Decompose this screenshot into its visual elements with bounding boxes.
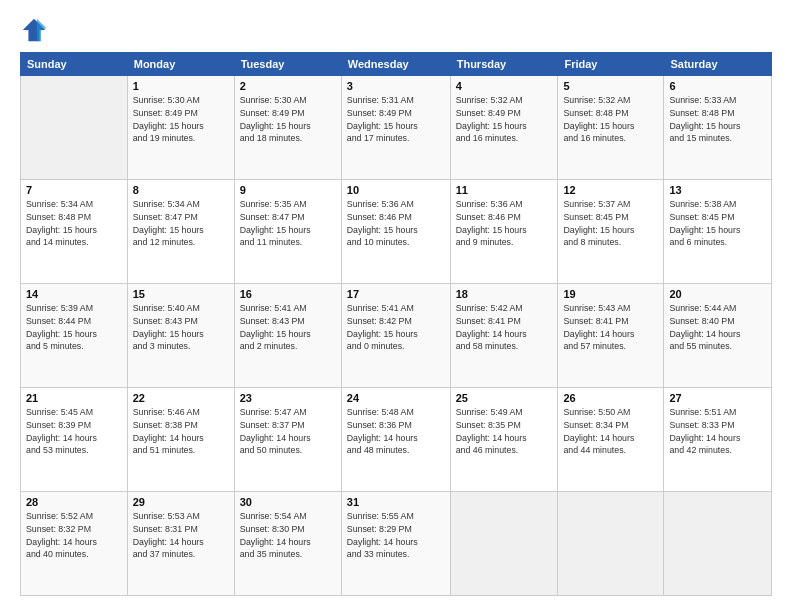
day-cell: 9Sunrise: 5:35 AMSunset: 8:47 PMDaylight… xyxy=(234,180,341,284)
header xyxy=(20,16,772,44)
header-day-wednesday: Wednesday xyxy=(341,53,450,76)
day-info: Sunrise: 5:52 AMSunset: 8:32 PMDaylight:… xyxy=(26,510,122,561)
header-day-friday: Friday xyxy=(558,53,664,76)
day-info: Sunrise: 5:54 AMSunset: 8:30 PMDaylight:… xyxy=(240,510,336,561)
day-info: Sunrise: 5:38 AMSunset: 8:45 PMDaylight:… xyxy=(669,198,766,249)
day-info: Sunrise: 5:53 AMSunset: 8:31 PMDaylight:… xyxy=(133,510,229,561)
day-info: Sunrise: 5:34 AMSunset: 8:47 PMDaylight:… xyxy=(133,198,229,249)
day-cell: 23Sunrise: 5:47 AMSunset: 8:37 PMDayligh… xyxy=(234,388,341,492)
day-number: 8 xyxy=(133,184,229,196)
day-info: Sunrise: 5:42 AMSunset: 8:41 PMDaylight:… xyxy=(456,302,553,353)
day-cell: 26Sunrise: 5:50 AMSunset: 8:34 PMDayligh… xyxy=(558,388,664,492)
day-number: 21 xyxy=(26,392,122,404)
day-cell: 5Sunrise: 5:32 AMSunset: 8:48 PMDaylight… xyxy=(558,76,664,180)
day-cell: 20Sunrise: 5:44 AMSunset: 8:40 PMDayligh… xyxy=(664,284,772,388)
day-number: 7 xyxy=(26,184,122,196)
day-number: 27 xyxy=(669,392,766,404)
day-cell xyxy=(664,492,772,596)
day-number: 29 xyxy=(133,496,229,508)
day-number: 24 xyxy=(347,392,445,404)
day-cell: 10Sunrise: 5:36 AMSunset: 8:46 PMDayligh… xyxy=(341,180,450,284)
day-number: 22 xyxy=(133,392,229,404)
day-info: Sunrise: 5:47 AMSunset: 8:37 PMDaylight:… xyxy=(240,406,336,457)
day-cell: 14Sunrise: 5:39 AMSunset: 8:44 PMDayligh… xyxy=(21,284,128,388)
day-info: Sunrise: 5:45 AMSunset: 8:39 PMDaylight:… xyxy=(26,406,122,457)
day-number: 16 xyxy=(240,288,336,300)
day-cell: 31Sunrise: 5:55 AMSunset: 8:29 PMDayligh… xyxy=(341,492,450,596)
day-info: Sunrise: 5:49 AMSunset: 8:35 PMDaylight:… xyxy=(456,406,553,457)
week-row-2: 7Sunrise: 5:34 AMSunset: 8:48 PMDaylight… xyxy=(21,180,772,284)
day-info: Sunrise: 5:33 AMSunset: 8:48 PMDaylight:… xyxy=(669,94,766,145)
day-number: 9 xyxy=(240,184,336,196)
day-number: 26 xyxy=(563,392,658,404)
day-cell: 8Sunrise: 5:34 AMSunset: 8:47 PMDaylight… xyxy=(127,180,234,284)
day-number: 20 xyxy=(669,288,766,300)
day-info: Sunrise: 5:36 AMSunset: 8:46 PMDaylight:… xyxy=(456,198,553,249)
day-cell: 25Sunrise: 5:49 AMSunset: 8:35 PMDayligh… xyxy=(450,388,558,492)
day-number: 10 xyxy=(347,184,445,196)
week-row-4: 21Sunrise: 5:45 AMSunset: 8:39 PMDayligh… xyxy=(21,388,772,492)
day-info: Sunrise: 5:44 AMSunset: 8:40 PMDaylight:… xyxy=(669,302,766,353)
day-number: 14 xyxy=(26,288,122,300)
day-cell: 27Sunrise: 5:51 AMSunset: 8:33 PMDayligh… xyxy=(664,388,772,492)
day-info: Sunrise: 5:48 AMSunset: 8:36 PMDaylight:… xyxy=(347,406,445,457)
day-info: Sunrise: 5:43 AMSunset: 8:41 PMDaylight:… xyxy=(563,302,658,353)
day-info: Sunrise: 5:30 AMSunset: 8:49 PMDaylight:… xyxy=(240,94,336,145)
day-info: Sunrise: 5:55 AMSunset: 8:29 PMDaylight:… xyxy=(347,510,445,561)
day-cell: 13Sunrise: 5:38 AMSunset: 8:45 PMDayligh… xyxy=(664,180,772,284)
day-cell: 3Sunrise: 5:31 AMSunset: 8:49 PMDaylight… xyxy=(341,76,450,180)
header-day-monday: Monday xyxy=(127,53,234,76)
day-cell xyxy=(450,492,558,596)
day-number: 5 xyxy=(563,80,658,92)
day-info: Sunrise: 5:50 AMSunset: 8:34 PMDaylight:… xyxy=(563,406,658,457)
day-number: 3 xyxy=(347,80,445,92)
header-day-tuesday: Tuesday xyxy=(234,53,341,76)
day-number: 15 xyxy=(133,288,229,300)
week-row-5: 28Sunrise: 5:52 AMSunset: 8:32 PMDayligh… xyxy=(21,492,772,596)
day-cell xyxy=(21,76,128,180)
day-number: 11 xyxy=(456,184,553,196)
day-cell: 12Sunrise: 5:37 AMSunset: 8:45 PMDayligh… xyxy=(558,180,664,284)
day-cell: 7Sunrise: 5:34 AMSunset: 8:48 PMDaylight… xyxy=(21,180,128,284)
day-info: Sunrise: 5:41 AMSunset: 8:43 PMDaylight:… xyxy=(240,302,336,353)
day-number: 30 xyxy=(240,496,336,508)
day-cell: 11Sunrise: 5:36 AMSunset: 8:46 PMDayligh… xyxy=(450,180,558,284)
day-cell: 15Sunrise: 5:40 AMSunset: 8:43 PMDayligh… xyxy=(127,284,234,388)
day-cell: 17Sunrise: 5:41 AMSunset: 8:42 PMDayligh… xyxy=(341,284,450,388)
day-info: Sunrise: 5:37 AMSunset: 8:45 PMDaylight:… xyxy=(563,198,658,249)
day-info: Sunrise: 5:35 AMSunset: 8:47 PMDaylight:… xyxy=(240,198,336,249)
day-number: 13 xyxy=(669,184,766,196)
day-info: Sunrise: 5:41 AMSunset: 8:42 PMDaylight:… xyxy=(347,302,445,353)
day-info: Sunrise: 5:36 AMSunset: 8:46 PMDaylight:… xyxy=(347,198,445,249)
day-number: 2 xyxy=(240,80,336,92)
day-cell: 16Sunrise: 5:41 AMSunset: 8:43 PMDayligh… xyxy=(234,284,341,388)
logo xyxy=(20,16,52,44)
day-info: Sunrise: 5:32 AMSunset: 8:49 PMDaylight:… xyxy=(456,94,553,145)
day-cell: 4Sunrise: 5:32 AMSunset: 8:49 PMDaylight… xyxy=(450,76,558,180)
day-cell: 1Sunrise: 5:30 AMSunset: 8:49 PMDaylight… xyxy=(127,76,234,180)
page: SundayMondayTuesdayWednesdayThursdayFrid… xyxy=(0,0,792,612)
week-row-3: 14Sunrise: 5:39 AMSunset: 8:44 PMDayligh… xyxy=(21,284,772,388)
day-number: 17 xyxy=(347,288,445,300)
logo-icon xyxy=(20,16,48,44)
calendar-table: SundayMondayTuesdayWednesdayThursdayFrid… xyxy=(20,52,772,596)
day-number: 12 xyxy=(563,184,658,196)
day-cell: 21Sunrise: 5:45 AMSunset: 8:39 PMDayligh… xyxy=(21,388,128,492)
day-info: Sunrise: 5:40 AMSunset: 8:43 PMDaylight:… xyxy=(133,302,229,353)
day-info: Sunrise: 5:30 AMSunset: 8:49 PMDaylight:… xyxy=(133,94,229,145)
day-number: 25 xyxy=(456,392,553,404)
header-day-thursday: Thursday xyxy=(450,53,558,76)
day-number: 31 xyxy=(347,496,445,508)
day-info: Sunrise: 5:32 AMSunset: 8:48 PMDaylight:… xyxy=(563,94,658,145)
day-cell: 18Sunrise: 5:42 AMSunset: 8:41 PMDayligh… xyxy=(450,284,558,388)
day-cell xyxy=(558,492,664,596)
day-cell: 2Sunrise: 5:30 AMSunset: 8:49 PMDaylight… xyxy=(234,76,341,180)
day-info: Sunrise: 5:51 AMSunset: 8:33 PMDaylight:… xyxy=(669,406,766,457)
header-day-sunday: Sunday xyxy=(21,53,128,76)
svg-marker-0 xyxy=(23,19,45,41)
day-cell: 19Sunrise: 5:43 AMSunset: 8:41 PMDayligh… xyxy=(558,284,664,388)
day-cell: 22Sunrise: 5:46 AMSunset: 8:38 PMDayligh… xyxy=(127,388,234,492)
day-cell: 29Sunrise: 5:53 AMSunset: 8:31 PMDayligh… xyxy=(127,492,234,596)
day-info: Sunrise: 5:34 AMSunset: 8:48 PMDaylight:… xyxy=(26,198,122,249)
day-number: 23 xyxy=(240,392,336,404)
